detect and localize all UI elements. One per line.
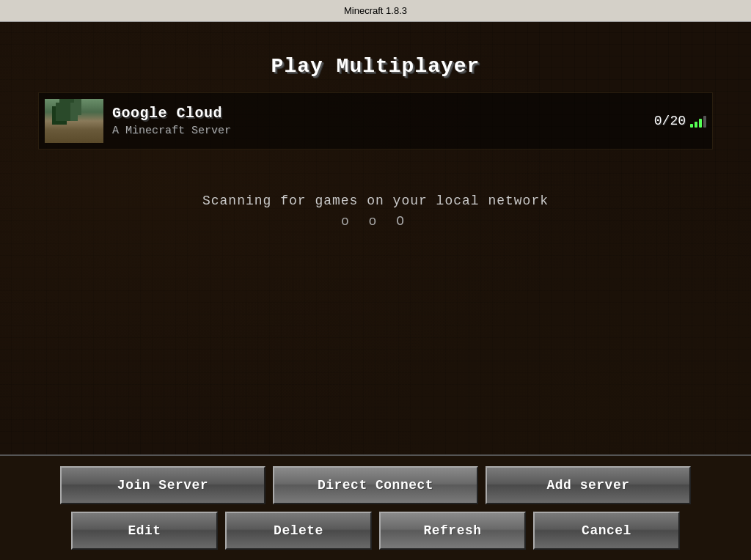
button-row-2: Edit Delete Refresh Cancel	[15, 512, 736, 550]
signal-bar-3	[699, 119, 702, 128]
edit-button[interactable]: Edit	[71, 512, 218, 550]
title-bar: Minecraft 1.8.3	[0, 0, 751, 22]
signal-bar-2	[695, 122, 697, 128]
scanning-message: Scanning for games on your local network	[202, 194, 549, 208]
button-row-1: Join Server Direct Connect Add server	[15, 466, 736, 504]
server-list: Google Cloud A Minecraft Server 0/20	[38, 92, 713, 150]
join-server-button[interactable]: Join Server	[60, 466, 265, 504]
window-title: Minecraft 1.8.3	[344, 5, 407, 16]
signal-icon	[690, 114, 706, 128]
signal-bar-4	[703, 116, 706, 128]
server-info: Google Cloud A Minecraft Server	[112, 105, 654, 137]
server-player-count: 0/20	[654, 114, 686, 128]
direct-connect-button[interactable]: Direct Connect	[273, 466, 478, 504]
button-area: Join Server Direct Connect Add server Ed…	[0, 454, 751, 560]
cancel-button[interactable]: Cancel	[533, 512, 680, 550]
signal-bar-1	[690, 124, 693, 128]
scanning-text: Scanning for games on your local network…	[202, 194, 549, 229]
scanning-dots: o o O	[202, 214, 549, 229]
server-item[interactable]: Google Cloud A Minecraft Server 0/20	[38, 92, 713, 150]
add-server-button[interactable]: Add server	[486, 466, 691, 504]
server-name: Google Cloud	[112, 105, 654, 122]
delete-button[interactable]: Delete	[225, 512, 372, 550]
refresh-button[interactable]: Refresh	[379, 512, 526, 550]
server-thumbnail	[45, 99, 103, 143]
server-description: A Minecraft Server	[112, 125, 654, 137]
page-title: Play Multiplayer	[271, 55, 480, 78]
main-content: Play Multiplayer Google Cloud A Minecraf…	[0, 22, 751, 560]
server-status: 0/20	[654, 114, 706, 128]
